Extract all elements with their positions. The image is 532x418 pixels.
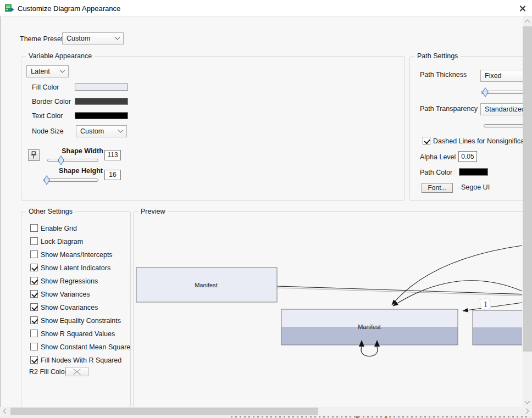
preview-curved-path — [392, 246, 522, 305]
fill-color-label: Fill Color — [32, 83, 59, 91]
show-equality-constraints-checkbox[interactable] — [30, 316, 38, 324]
path-thickness-label: Path Thickness — [420, 71, 467, 79]
preview-edge-label-group: 1 — [480, 298, 491, 310]
preview-node-label: Manifest — [195, 282, 218, 288]
horizontal-scrollbar[interactable] — [0, 407, 532, 416]
app-icon — [4, 3, 14, 13]
shape-width-label: Shape Width — [52, 147, 113, 155]
theme-preset-select[interactable]: Custom — [62, 32, 124, 44]
vertical-scrollbar[interactable] — [523, 16, 532, 407]
node-size-select[interactable]: Custom — [76, 125, 127, 137]
shape-height-label: Shape Height — [51, 167, 111, 175]
preview-diagram: Manifest Manifest 1 — [134, 216, 522, 407]
preview-node-label: Manifest — [358, 324, 381, 330]
preview-edge-1 — [463, 303, 522, 311]
chevron-down-icon — [60, 67, 65, 73]
group-variable-appearance: Variable Appearance Latent Fill Color Bo… — [21, 56, 405, 201]
group-other-settings: Other Settings Enable Grid Lock Diagram … — [21, 211, 131, 407]
close-icon[interactable] — [518, 4, 527, 13]
preview-variance-loop — [361, 347, 378, 356]
scroll-left-icon[interactable] — [3, 409, 9, 414]
r2-fill-color-swatch[interactable] — [65, 367, 88, 376]
group-other-settings-title: Other Settings — [26, 208, 75, 215]
group-variable-appearance-title: Variable Appearance — [26, 52, 95, 60]
show-r-squared-values-checkbox[interactable] — [30, 330, 38, 337]
option-label: Show Latent Indicators — [41, 264, 110, 272]
fill-nodes-r-squared-checkbox[interactable] — [30, 356, 38, 364]
group-preview-title: Preview — [138, 208, 168, 215]
slider-track[interactable] — [43, 179, 98, 182]
node-size-label: Node Size — [32, 127, 64, 135]
option-label: Show R Squared Values — [41, 330, 115, 338]
show-regressions-checkbox[interactable] — [30, 277, 38, 285]
scroll-down-icon[interactable] — [525, 399, 530, 404]
enable-grid-checkbox[interactable] — [30, 224, 38, 232]
border-color-label: Border Color — [32, 98, 71, 105]
group-path-settings-title: Path Settings — [414, 52, 461, 60]
shape-width-slider[interactable] — [47, 157, 98, 164]
lock-diagram-checkbox[interactable] — [30, 237, 38, 245]
variable-type-select[interactable]: Latent — [26, 65, 69, 77]
show-latent-indicators-checkbox[interactable] — [30, 264, 38, 271]
font-name-value: Segoe UI — [461, 183, 490, 191]
dialog-title: Customize Diagram Appearance — [18, 4, 120, 13]
show-constant-mean-square-checkbox[interactable] — [30, 343, 38, 350]
path-transparency-value: Standardized — [485, 105, 525, 113]
background-window-edge — [0, 416, 532, 418]
node-size-value: Custom — [80, 127, 104, 135]
title-bar: Customize Diagram Appearance — [0, 0, 532, 16]
path-transparency-label: Path Transparency — [420, 105, 478, 113]
option-label: Fill Nodes With R Squared — [41, 356, 121, 364]
font-button[interactable]: Font... — [422, 183, 453, 193]
shape-height-slider[interactable] — [43, 176, 98, 184]
r2-fill-color-label: R2 Fill Color — [29, 368, 67, 376]
option-label: Show Means/Intercepts — [41, 251, 113, 259]
path-color-label: Path Color — [420, 169, 452, 176]
option-label: Show Constant Mean Square — [41, 343, 130, 351]
dashed-lines-label: Dashed Lines for Nonsignificant — [433, 137, 530, 145]
preview-path-line-shadow — [277, 288, 522, 296]
pin-button[interactable] — [28, 149, 40, 161]
dashed-lines-checkbox[interactable] — [423, 137, 430, 144]
scroll-up-icon[interactable] — [525, 20, 530, 25]
shape-height-value[interactable]: 16 — [104, 170, 121, 180]
theme-preset-value: Custom — [66, 35, 90, 42]
option-label: Show Regressions — [41, 277, 98, 285]
slider-thumb[interactable] — [482, 87, 489, 97]
group-path-settings: Path Settings Path Thickness Fixed Path … — [409, 56, 532, 201]
theme-preset-label: Theme Preset — [20, 35, 63, 43]
dialog-customize-diagram-appearance: Customize Diagram Appearance Theme Prese… — [0, 0, 532, 418]
vertical-scrollbar-thumb[interactable] — [523, 26, 532, 352]
border-color-swatch[interactable] — [75, 98, 128, 105]
path-thickness-value: Fixed — [485, 72, 502, 80]
pushpin-icon — [30, 151, 37, 159]
option-label: Enable Grid — [41, 225, 77, 232]
option-label: Show Variances — [41, 291, 90, 298]
alpha-level-input[interactable]: 0.05 — [458, 151, 477, 162]
text-color-label: Text Color — [32, 112, 63, 120]
preview-node-3-top — [473, 310, 522, 327]
option-label: Show Equality Constraints — [41, 317, 121, 325]
fill-color-swatch[interactable] — [75, 83, 128, 91]
shape-width-value[interactable]: 113 — [104, 150, 121, 160]
show-covariances-checkbox[interactable] — [30, 303, 38, 311]
slider-thumb[interactable] — [43, 175, 50, 185]
preview-node-3-bottom — [473, 327, 522, 345]
scroll-right-icon[interactable] — [524, 409, 529, 414]
text-color-swatch[interactable] — [75, 112, 128, 119]
variable-type-value: Latent — [31, 68, 50, 75]
option-label: Show Covariances — [41, 304, 98, 311]
option-label: Lock Diagram — [41, 238, 83, 246]
show-means-intercepts-checkbox[interactable] — [30, 250, 38, 258]
chevron-down-icon — [115, 34, 120, 40]
horizontal-scrollbar-thumb[interactable] — [10, 408, 318, 415]
slider-track[interactable] — [47, 159, 98, 162]
path-color-swatch[interactable] — [459, 168, 488, 176]
preview-path-line — [277, 286, 522, 294]
alpha-level-label: Alpha Level — [420, 153, 456, 161]
slider-thumb[interactable] — [58, 155, 64, 165]
show-variances-checkbox[interactable] — [30, 290, 38, 298]
background-text-fragment — [231, 416, 530, 417]
chevron-down-icon — [118, 127, 124, 132]
